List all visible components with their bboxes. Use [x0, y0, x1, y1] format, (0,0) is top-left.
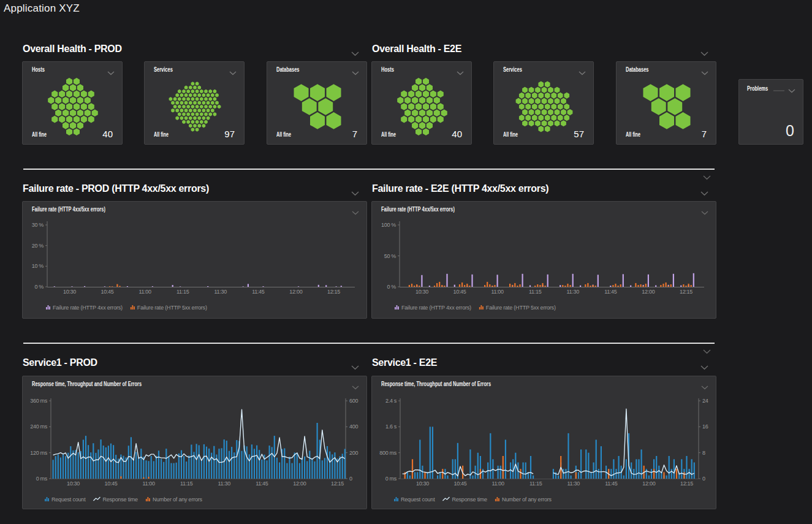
svg-text:10 %: 10 % [32, 263, 44, 269]
svg-text:600: 600 [349, 398, 358, 404]
health-tile-status: All fine [503, 131, 518, 138]
chart-tile[interactable]: Failure rate (HTTP 4xx/5xx errors) 0 %50… [371, 201, 716, 319]
svg-text:8: 8 [702, 450, 705, 456]
section-title: Service1 - PROD [23, 357, 97, 368]
chart-plot: 0 ms800 ms1.6 s2.4 s08162410:3010:4511:0… [372, 376, 717, 510]
chevron-down-icon[interactable] [700, 188, 708, 199]
health-tile-status: All fine [276, 131, 291, 138]
chart-tile[interactable]: Response time, Throughput and Number of … [371, 376, 716, 509]
health-tile[interactable]: Databases All fine 7 [267, 61, 367, 145]
health-section: Overall Health - PROD Hosts All fine 40 … [22, 44, 367, 62]
svg-text:10:30: 10:30 [415, 289, 428, 295]
health-tile-count: 97 [224, 129, 235, 139]
svg-text:0: 0 [702, 476, 705, 482]
svg-text:11:00: 11:00 [491, 289, 504, 295]
svg-text:24: 24 [702, 398, 708, 404]
chart-section: Failure rate - PROD (HTTP 4xx/5xx errors… [22, 183, 367, 202]
health-tile-count: 40 [452, 129, 462, 139]
chart-section: Failure rate - E2E (HTTP 4xx/5xx errors) [371, 183, 716, 202]
svg-text:0: 0 [349, 476, 352, 482]
honeycomb-health-icon [504, 75, 585, 139]
chart-tile[interactable]: Response time, Throughput and Number of … [22, 376, 367, 509]
svg-text:20 %: 20 % [32, 243, 44, 249]
svg-text:Number of any errors: Number of any errors [153, 496, 203, 503]
health-tile-label: Databases [276, 66, 300, 73]
health-tile-status: All fine [154, 131, 169, 138]
svg-text:100 %: 100 % [381, 222, 396, 228]
svg-text:10:45: 10:45 [104, 480, 117, 487]
svg-text:0 %: 0 % [34, 284, 44, 290]
chart-tile[interactable]: Failure rate (HTTP 4xx/5xx errors) 0 %10… [22, 201, 367, 319]
svg-text:800 ms: 800 ms [379, 450, 397, 456]
svg-text:120 ms: 120 ms [30, 450, 48, 456]
chevron-down-icon[interactable] [351, 48, 359, 59]
chart-plot: 0 ms120 ms240 ms360 ms020040060010:3010:… [23, 376, 368, 510]
svg-text:11:15: 11:15 [529, 480, 542, 487]
svg-text:0 ms: 0 ms [36, 476, 48, 482]
section-title: Failure rate - E2E (HTTP 4xx/5xx errors) [372, 183, 548, 194]
svg-text:11:30: 11:30 [214, 289, 227, 295]
svg-text:11:15: 11:15 [529, 289, 542, 295]
health-tile-count: 7 [702, 129, 707, 139]
health-tile-status: All fine [626, 131, 640, 138]
chevron-down-icon[interactable] [703, 346, 711, 357]
svg-text:1.6 s: 1.6 s [385, 423, 397, 430]
svg-text:Failure rate (HTTP 4xx errors): Failure rate (HTTP 4xx errors) [401, 305, 471, 311]
divider-line [23, 169, 715, 170]
chevron-down-icon[interactable] [788, 85, 795, 96]
section-title: Overall Health - PROD [23, 44, 122, 55]
svg-text:10:30: 10:30 [67, 480, 80, 487]
svg-text:2.4 s: 2.4 s [385, 398, 397, 404]
svg-text:10:45: 10:45 [453, 480, 466, 487]
svg-text:11:30: 11:30 [567, 480, 580, 487]
chart-section: Service1 - E2E [371, 357, 716, 376]
svg-text:Response time: Response time [102, 496, 138, 503]
health-tile-count: 7 [352, 129, 357, 139]
chevron-down-icon[interactable] [351, 362, 359, 373]
svg-text:Failure rate (HTTP 5xx errors): Failure rate (HTTP 5xx errors) [486, 305, 556, 311]
chart-plot: 0 %50 %100 %10:3010:4511:0011:1511:3011:… [372, 202, 717, 319]
page-title: Application XYZ [4, 2, 80, 15]
section-title: Overall Health - E2E [372, 44, 461, 55]
svg-text:12:15: 12:15 [331, 480, 344, 487]
svg-text:10:30: 10:30 [416, 480, 429, 487]
chevron-down-icon[interactable] [703, 172, 711, 183]
health-tile[interactable]: Databases All fine 7 [616, 61, 716, 145]
svg-text:12:00: 12:00 [289, 289, 302, 295]
honeycomb-health-icon [626, 75, 707, 139]
svg-text:12:15: 12:15 [327, 289, 340, 295]
svg-text:11:15: 11:15 [180, 480, 193, 487]
health-tile[interactable]: Hosts All fine 40 [371, 61, 472, 145]
chevron-down-icon[interactable] [700, 48, 708, 59]
svg-text:12:00: 12:00 [293, 480, 306, 487]
health-tile-label: Services [154, 66, 173, 73]
chevron-down-icon[interactable] [700, 362, 708, 373]
svg-text:11:45: 11:45 [605, 480, 618, 487]
honeycomb-health-icon [154, 75, 235, 139]
health-tile-count: 40 [102, 129, 113, 139]
health-tile-label: Hosts [32, 66, 45, 73]
svg-text:12:00: 12:00 [642, 480, 655, 487]
health-tile[interactable]: Hosts All fine 40 [22, 61, 123, 145]
health-tile-label: Hosts [381, 66, 394, 73]
health-tile[interactable]: Services All fine 97 [144, 61, 245, 145]
svg-text:11:00: 11:00 [142, 480, 155, 487]
svg-text:400: 400 [349, 423, 358, 430]
problems-count: 0 [786, 122, 794, 140]
svg-text:10:30: 10:30 [63, 289, 76, 295]
health-tile[interactable]: Services All fine 57 [493, 61, 594, 145]
health-tile-status: All fine [381, 131, 396, 138]
problems-tile[interactable]: Problems 0 [738, 79, 803, 145]
health-tile-label: Services [503, 66, 522, 73]
honeycomb-health-icon [277, 75, 358, 139]
svg-text:Request count: Request count [51, 496, 86, 503]
divider-line [23, 343, 715, 344]
chevron-down-icon[interactable] [351, 188, 359, 199]
svg-text:Failure rate (HTTP 5xx errors): Failure rate (HTTP 5xx errors) [137, 305, 207, 311]
chart-plot: 0 %10 %20 %30 %10:3010:4511:0011:1511:30… [23, 202, 368, 319]
svg-text:Response time: Response time [452, 496, 487, 503]
svg-text:11:45: 11:45 [256, 480, 268, 487]
health-tile-count: 57 [574, 129, 584, 139]
health-section: Overall Health - E2E Hosts All fine 40 S… [371, 44, 716, 62]
svg-text:Failure rate (HTTP 4xx errors): Failure rate (HTTP 4xx errors) [53, 305, 123, 311]
